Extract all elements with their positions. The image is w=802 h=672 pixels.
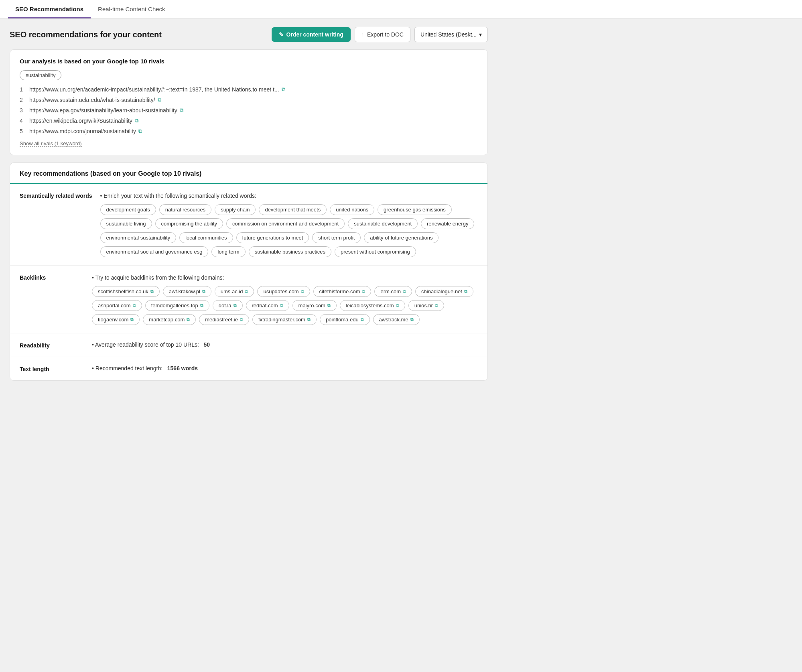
external-link-icon[interactable]: ⧉ bbox=[202, 289, 205, 294]
external-link-icon[interactable]: ⧉ bbox=[307, 317, 311, 322]
key-rec-header: Key recommendations (based on your Googl… bbox=[10, 163, 487, 184]
backlink-tag[interactable]: citethisforme.com⧉ bbox=[313, 286, 372, 297]
rival-item-1: 1 https://www.un.org/en/academic-impact/… bbox=[20, 84, 478, 95]
rival-item-4: 4 https://en.wikipedia.org/wiki/Sustaina… bbox=[20, 116, 478, 126]
external-link-icon[interactable]: ⧉ bbox=[464, 289, 467, 294]
semantic-tag: commission on environment and developmen… bbox=[226, 218, 345, 229]
backlink-tag[interactable]: tiogaenv.com⧉ bbox=[92, 314, 140, 325]
backlink-tag[interactable]: mediastreet.ie⧉ bbox=[199, 314, 249, 325]
backlink-tag[interactable]: femdomgalleries.top⧉ bbox=[145, 300, 209, 311]
backlink-tag[interactable]: leicabiosystems.com⧉ bbox=[340, 300, 405, 311]
external-link-icon-1[interactable]: ⧉ bbox=[282, 86, 285, 93]
external-link-icon[interactable]: ⧉ bbox=[187, 317, 190, 322]
external-link-icon[interactable]: ⧉ bbox=[150, 289, 154, 294]
readability-content: • Average readability score of top 10 UR… bbox=[92, 341, 478, 349]
backlinks-row: Backlinks • Try to acquire backlinks fro… bbox=[10, 266, 487, 333]
external-link-icon[interactable]: ⧉ bbox=[240, 317, 243, 322]
backlink-tag[interactable]: pointloma.edu⧉ bbox=[320, 314, 370, 325]
semantic-tag: present without compromising bbox=[335, 246, 416, 257]
show-all-rivals-link[interactable]: Show all rivals (1 keyword) bbox=[20, 140, 82, 147]
backlink-tag[interactable]: fxtradingmaster.com⧉ bbox=[252, 314, 317, 325]
backlink-tag[interactable]: unios.hr⧉ bbox=[408, 300, 444, 311]
external-link-icon[interactable]: ⧉ bbox=[327, 303, 331, 308]
backlinks-content: • Try to acquire backlinks from the foll… bbox=[92, 274, 478, 325]
tab-seo[interactable]: SEO Recommendations bbox=[8, 0, 91, 18]
semantic-tags-container: development goalsnatural resourcessupply… bbox=[100, 204, 478, 257]
semantic-tag: development that meets bbox=[259, 204, 327, 215]
external-link-icon[interactable]: ⧉ bbox=[301, 289, 304, 294]
semantic-tag: development goals bbox=[100, 204, 156, 215]
external-link-icon[interactable]: ⧉ bbox=[361, 317, 364, 322]
rival-item-5: 5 https://www.mdpi.com/journal/sustainab… bbox=[20, 126, 478, 136]
external-link-icon[interactable]: ⧉ bbox=[435, 303, 438, 308]
semantic-tag: compromising the ability bbox=[155, 218, 223, 229]
rival-item-3: 3 https://www.epa.gov/sustainability/lea… bbox=[20, 105, 478, 116]
readability-intro: • Average readability score of top 10 UR… bbox=[92, 341, 199, 348]
semantic-tag: sustainable business practices bbox=[249, 246, 331, 257]
backlinks-intro: • Try to acquire backlinks from the foll… bbox=[92, 274, 478, 282]
readability-label: Readability bbox=[20, 341, 84, 349]
text-length-label: Text length bbox=[20, 365, 84, 372]
text-length-row: Text length • Recommended text length: 1… bbox=[10, 357, 487, 380]
tab-realtime[interactable]: Real-time Content Check bbox=[91, 0, 173, 18]
key-recommendations-card: Key recommendations (based on your Googl… bbox=[10, 162, 488, 381]
external-link-icon-5[interactable]: ⧉ bbox=[138, 128, 142, 134]
external-link-icon[interactable]: ⧉ bbox=[245, 289, 248, 294]
key-rec-title: Key recommendations (based on your Googl… bbox=[20, 170, 478, 177]
backlink-tag[interactable]: redhat.com⧉ bbox=[246, 300, 289, 311]
semantic-tag: future generations to meet bbox=[236, 232, 309, 243]
semantic-tag: local communities bbox=[179, 232, 233, 243]
semantic-tag: greenhouse gas emissions bbox=[378, 204, 452, 215]
header-actions: ✎ Order content writing ↑ Export to DOC … bbox=[272, 27, 488, 42]
backlinks-label: Backlinks bbox=[20, 274, 84, 325]
readability-score: 50 bbox=[204, 341, 210, 348]
text-length-value: 1566 words bbox=[167, 365, 198, 372]
backlink-tag[interactable]: dot.la⧉ bbox=[213, 300, 243, 311]
semantic-tag: supply chain bbox=[215, 204, 256, 215]
external-link-icon[interactable]: ⧉ bbox=[200, 303, 203, 308]
location-dropdown[interactable]: United States (Deskt... ▾ bbox=[414, 27, 488, 42]
backlink-tag[interactable]: ums.ac.id⧉ bbox=[215, 286, 254, 297]
external-link-icon[interactable]: ⧉ bbox=[280, 303, 283, 308]
backlink-tag[interactable]: asriportal.com⧉ bbox=[92, 300, 142, 311]
readability-row: Readability • Average readability score … bbox=[10, 333, 487, 357]
external-link-icon-3[interactable]: ⧉ bbox=[180, 107, 183, 114]
chevron-down-icon: ▾ bbox=[479, 31, 482, 38]
edit-icon: ✎ bbox=[279, 31, 284, 38]
external-link-icon[interactable]: ⧉ bbox=[133, 303, 136, 308]
keyword-tag: sustainability bbox=[20, 70, 61, 80]
external-link-icon[interactable]: ⧉ bbox=[130, 317, 134, 322]
backlink-tag[interactable]: marketcap.com⧉ bbox=[143, 314, 196, 325]
semantically-related-content: • Enrich your text with the following se… bbox=[100, 192, 478, 257]
external-link-icon[interactable]: ⧉ bbox=[233, 303, 237, 308]
semantically-related-intro: • Enrich your text with the following se… bbox=[100, 192, 478, 200]
semantic-tag: renewable energy bbox=[421, 218, 474, 229]
backlink-tag[interactable]: scottishshellfish.co.uk⧉ bbox=[92, 286, 160, 297]
tabs-bar: SEO Recommendations Real-time Content Ch… bbox=[0, 0, 802, 19]
backlink-tag[interactable]: awstrack.me⧉ bbox=[373, 314, 420, 325]
external-link-icon-2[interactable]: ⧉ bbox=[158, 97, 161, 103]
rival-item-2: 2 https://www.sustain.ucla.edu/what-is-s… bbox=[20, 95, 478, 105]
semantic-tag: environmental sustainability bbox=[100, 232, 177, 243]
backlink-tag[interactable]: chinadialogue.net⧉ bbox=[415, 286, 473, 297]
semantic-tag: sustainable living bbox=[100, 218, 152, 229]
external-link-icon[interactable]: ⧉ bbox=[396, 303, 399, 308]
rivals-card-title: Our analysis is based on your Google top… bbox=[20, 58, 478, 65]
export-doc-button[interactable]: ↑ Export to DOC bbox=[355, 27, 410, 42]
order-content-button[interactable]: ✎ Order content writing bbox=[272, 27, 351, 42]
backlink-tag[interactable]: awf.krakow.pl⧉ bbox=[163, 286, 211, 297]
external-link-icon[interactable]: ⧉ bbox=[362, 289, 365, 294]
external-link-icon[interactable]: ⧉ bbox=[410, 317, 414, 322]
backlink-tag[interactable]: usupdates.com⧉ bbox=[257, 286, 310, 297]
semantic-tag: long term bbox=[211, 246, 245, 257]
external-link-icon-4[interactable]: ⧉ bbox=[135, 118, 138, 124]
semantic-tag: natural resources bbox=[159, 204, 211, 215]
backlink-tag[interactable]: erm.com⧉ bbox=[374, 286, 412, 297]
app-container: SEO Recommendations Real-time Content Ch… bbox=[0, 0, 802, 672]
external-link-icon[interactable]: ⧉ bbox=[403, 289, 406, 294]
semantic-tag: short term profit bbox=[312, 232, 361, 243]
text-length-content: • Recommended text length: 1566 words bbox=[92, 365, 478, 372]
semantically-related-label: Semantically related words bbox=[20, 192, 92, 257]
page-header: SEO recommendations for your content ✎ O… bbox=[10, 27, 488, 42]
backlink-tag[interactable]: maiyro.com⧉ bbox=[292, 300, 337, 311]
